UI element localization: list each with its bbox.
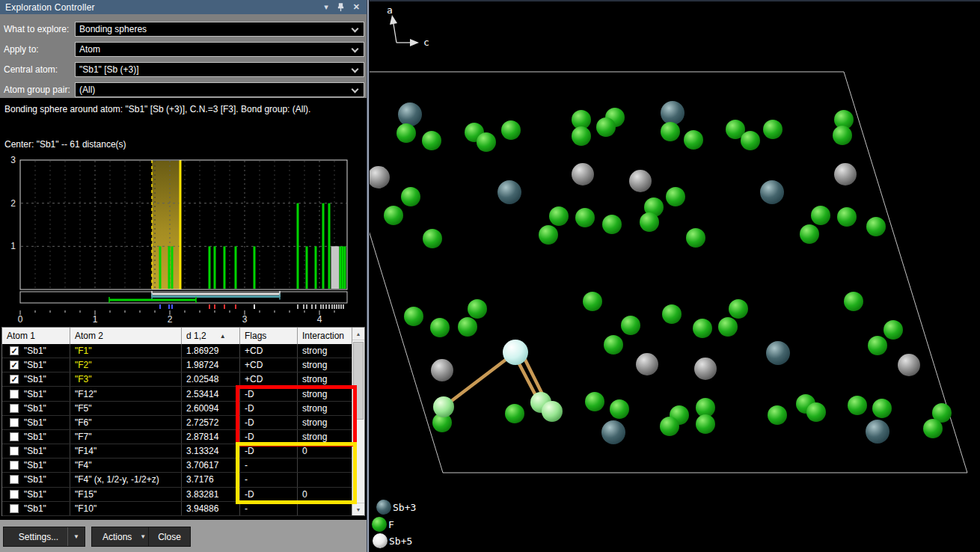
- atom-sphere-green[interactable]: [401, 187, 420, 206]
- table-row[interactable]: "Sb1""F10"3.94886-: [2, 502, 364, 516]
- atom-sphere-green[interactable]: [729, 299, 748, 319]
- table-row[interactable]: ✓"Sb1""F2"1.98724+CDstrong: [2, 358, 364, 372]
- atom-sphere-green[interactable]: [923, 419, 943, 438]
- atom-sphere-teal[interactable]: [601, 420, 625, 444]
- atom-sphere-green[interactable]: [696, 414, 715, 434]
- distance-histogram[interactable]: 01234123: [0, 152, 367, 325]
- selection-band[interactable]: [152, 161, 180, 289]
- chevron-down-icon[interactable]: ▼: [68, 533, 85, 540]
- scroll-down-icon[interactable]: ▼: [352, 503, 364, 515]
- atom-sphere-green[interactable]: [741, 131, 760, 150]
- atom-group-pair-select[interactable]: (All): [75, 82, 364, 97]
- atom-sphere-gray[interactable]: [636, 353, 658, 375]
- column-header[interactable]: Atom 1: [2, 328, 70, 344]
- atom-sphere-green[interactable]: [477, 132, 496, 152]
- atom-sphere-lightgreen[interactable]: [542, 401, 563, 422]
- atom-sphere-green[interactable]: [866, 217, 886, 236]
- what-to-explore-select[interactable]: Bonding spheres: [75, 22, 364, 37]
- atom-sphere-green[interactable]: [693, 319, 712, 338]
- row-checkbox[interactable]: [10, 490, 19, 499]
- atom-sphere-green[interactable]: [468, 299, 487, 319]
- row-checkbox[interactable]: ✓: [10, 361, 19, 369]
- atom-sphere-gray[interactable]: [898, 354, 920, 376]
- table-scrollbar[interactable]: ▲ ▼: [352, 328, 364, 515]
- column-header[interactable]: Flags: [240, 328, 298, 344]
- atom-sphere-green[interactable]: [806, 402, 826, 422]
- atom-sphere-green[interactable]: [811, 206, 830, 225]
- atom-sphere-green[interactable]: [768, 405, 787, 425]
- table-row[interactable]: "Sb1""F4"3.70617-: [2, 459, 364, 473]
- row-checkbox[interactable]: [10, 475, 19, 484]
- atom-sphere-lightgreen[interactable]: [433, 396, 454, 417]
- atom-sphere-green[interactable]: [501, 120, 521, 140]
- atom-sphere-teal[interactable]: [760, 180, 784, 204]
- atom-sphere-gray[interactable]: [367, 166, 390, 188]
- atom-sphere-teal[interactable]: [766, 341, 790, 365]
- atom-sphere-green[interactable]: [661, 122, 680, 141]
- atom-sphere-green[interactable]: [539, 225, 558, 245]
- atom-sphere-teal[interactable]: [497, 180, 521, 204]
- atom-sphere-green[interactable]: [662, 304, 682, 324]
- row-checkbox[interactable]: [10, 418, 19, 427]
- row-checkbox[interactable]: [10, 404, 19, 413]
- atom-sphere-green[interactable]: [686, 228, 705, 248]
- atom-sphere-green[interactable]: [844, 292, 863, 311]
- atom-sphere-gray[interactable]: [629, 170, 652, 192]
- table-row[interactable]: "Sb1""F12"2.53414-Dstrong: [2, 387, 364, 401]
- scrollbar-thumb[interactable]: [353, 342, 364, 420]
- atom-sphere-green[interactable]: [604, 335, 623, 355]
- table-row[interactable]: ✓"Sb1""F3"2.02548+CDstrong: [2, 372, 364, 387]
- row-checkbox[interactable]: ✓: [10, 346, 19, 355]
- table-row[interactable]: ✓"Sb1""F1"1.86929+CDstrong: [2, 344, 364, 358]
- atom-sphere-gray[interactable]: [834, 163, 857, 185]
- menu-down-icon[interactable]: ▾: [324, 3, 328, 11]
- close-button[interactable]: Close: [148, 527, 191, 547]
- row-checkbox[interactable]: [10, 504, 19, 513]
- atom-sphere-cyan[interactable]: [503, 340, 528, 365]
- atom-sphere-teal[interactable]: [398, 102, 422, 126]
- atom-sphere-green[interactable]: [666, 187, 685, 206]
- atom-sphere-green[interactable]: [430, 318, 450, 337]
- row-checkbox[interactable]: [10, 432, 19, 441]
- atom-sphere-green[interactable]: [422, 131, 441, 150]
- table-row[interactable]: "Sb1""F14"3.13324-D0: [2, 444, 364, 459]
- atom-sphere-green[interactable]: [660, 417, 679, 436]
- table-row[interactable]: "Sb1""F15"3.83281-D0: [2, 488, 364, 502]
- column-header[interactable]: d 1,2▲: [182, 328, 240, 344]
- atom-sphere-green[interactable]: [848, 396, 867, 415]
- atom-sphere-green[interactable]: [396, 123, 416, 143]
- atom-sphere-gray[interactable]: [572, 163, 594, 185]
- atom-sphere-green[interactable]: [718, 317, 738, 337]
- close-icon[interactable]: ✕: [353, 3, 360, 11]
- apply-to-select[interactable]: Atom: [75, 42, 364, 57]
- atom-sphere-gray[interactable]: [694, 358, 717, 380]
- table-row[interactable]: "Sb1""F5"2.60094-Dstrong: [2, 402, 364, 416]
- atom-sphere-green[interactable]: [763, 120, 783, 139]
- atom-sphere-green[interactable]: [621, 316, 640, 335]
- table-row[interactable]: "Sb1""F4" (x, 1/2-y, -1/2+z)3.7176-: [2, 473, 364, 487]
- table-row[interactable]: "Sb1""F7"2.87814-Dstrong: [2, 430, 364, 444]
- atom-sphere-green[interactable]: [872, 399, 892, 418]
- atom-sphere-green[interactable]: [596, 117, 616, 137]
- atom-sphere-green[interactable]: [549, 206, 569, 226]
- atom-sphere-green[interactable]: [640, 212, 659, 232]
- atom-sphere-green[interactable]: [423, 229, 442, 248]
- atom-sphere-green[interactable]: [404, 307, 423, 326]
- row-checkbox[interactable]: ✓: [10, 375, 19, 384]
- atom-sphere-teal[interactable]: [866, 420, 889, 444]
- row-checkbox[interactable]: [10, 461, 19, 470]
- atom-sphere-green[interactable]: [883, 320, 903, 340]
- atom-sphere-teal[interactable]: [661, 101, 685, 125]
- atom-sphere-green[interactable]: [868, 336, 887, 355]
- panel-splitter[interactable]: [367, 0, 370, 552]
- atom-sphere-green[interactable]: [384, 206, 403, 225]
- atom-sphere-green[interactable]: [505, 404, 524, 423]
- atom-sphere-green[interactable]: [458, 317, 477, 337]
- scroll-up-icon[interactable]: ▲: [352, 328, 364, 340]
- table-row[interactable]: "Sb1""F6"2.72572-Dstrong: [2, 416, 364, 430]
- pin-icon[interactable]: [337, 3, 345, 12]
- atom-sphere-green[interactable]: [575, 208, 595, 227]
- settings-button[interactable]: Settings... ▼: [3, 527, 85, 547]
- atom-sphere-green[interactable]: [684, 130, 703, 150]
- atom-sphere-green[interactable]: [833, 126, 852, 145]
